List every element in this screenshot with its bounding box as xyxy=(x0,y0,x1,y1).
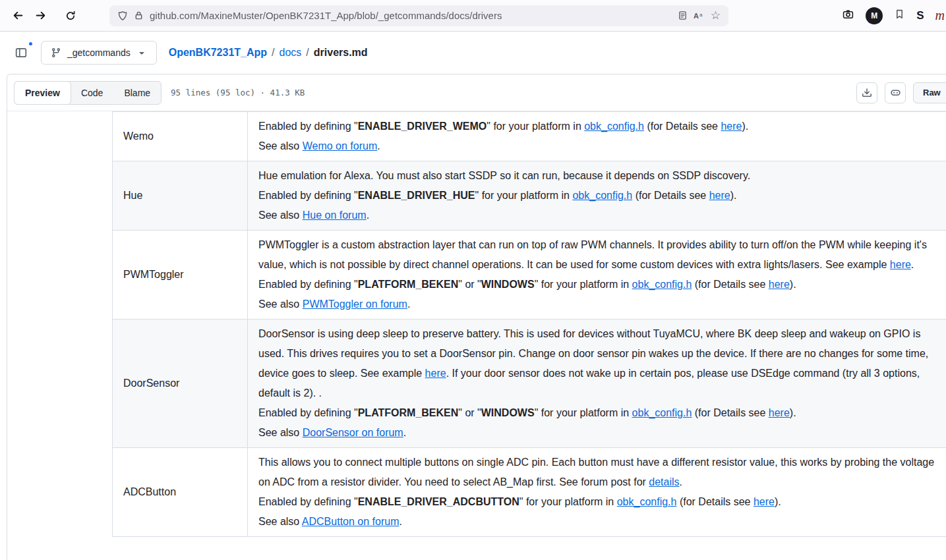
breadcrumb-separator: / xyxy=(267,47,279,58)
download-raw-button[interactable] xyxy=(856,82,877,103)
branch-selector-button[interactable]: _getcommands xyxy=(41,41,157,65)
translate-icon[interactable]: Aa xyxy=(694,11,705,20)
description-text: ). xyxy=(730,190,737,201)
tab-blame[interactable]: Blame xyxy=(113,82,161,104)
description-text: This allows you to connect multiple butt… xyxy=(258,457,934,488)
driver-name-cell: ADCButton xyxy=(113,448,248,537)
description-text: Hue emulation for Alexa. You must also s… xyxy=(258,170,750,181)
browser-chrome: github.com/MaxineMuster/OpenBK7231T_App/… xyxy=(0,0,946,32)
toolbar-right-actions: Raw xyxy=(856,82,946,103)
description-line: Enabled by defining "ENABLE_DRIVER_HUE" … xyxy=(258,186,935,206)
description-text: . xyxy=(403,427,406,438)
inline-link[interactable]: PWMToggler on forum xyxy=(303,298,407,310)
inline-link[interactable]: Wemo on forum xyxy=(303,140,378,152)
forward-button[interactable] xyxy=(29,5,51,27)
description-text: (for Details see xyxy=(692,279,768,290)
description-text: . xyxy=(407,298,410,310)
reload-button[interactable] xyxy=(59,5,82,27)
breadcrumb-separator: / xyxy=(301,47,313,58)
pocket-bookmark-icon[interactable] xyxy=(894,9,905,22)
description-text: PWMToggler is a custom abstraction layer… xyxy=(258,239,927,270)
description-text: " for your platform in xyxy=(535,407,632,418)
driver-name-cell: Hue xyxy=(113,161,248,231)
description-text: ). xyxy=(742,121,748,132)
description-text: See also xyxy=(258,210,303,221)
url-text[interactable]: github.com/MaxineMuster/OpenBK7231T_App/… xyxy=(150,10,672,21)
inline-link[interactable]: obk_config.h xyxy=(617,496,677,507)
description-line: Enabled by defining "PLATFORM_BEKEN" or … xyxy=(258,403,935,423)
description-text: (for Details see xyxy=(632,190,709,201)
inline-link[interactable]: obk_config.h xyxy=(632,279,692,290)
drivers-table-body: WemoEnabled by defining "ENABLE_DRIVER_W… xyxy=(113,112,946,537)
inline-link[interactable]: here xyxy=(769,279,790,290)
raw-button[interactable]: Raw xyxy=(913,82,946,103)
file-tree-toggle-button[interactable] xyxy=(11,42,32,63)
description-line: Enabled by defining "PLATFORM_BEKEN" or … xyxy=(258,275,935,294)
description-text: Enabled by defining " xyxy=(258,190,358,201)
description-text: . xyxy=(367,210,369,221)
description-line: See also PWMToggler on forum. xyxy=(258,294,935,314)
drivers-table: WemoEnabled by defining "ENABLE_DRIVER_W… xyxy=(112,111,946,537)
extension-s-icon[interactable]: S xyxy=(916,9,924,22)
description-line: Enabled by defining "ENABLE_DRIVER_ADCBU… xyxy=(258,492,935,512)
inline-link[interactable]: details xyxy=(649,476,679,488)
chrome-right-icons: M S m xyxy=(842,7,939,24)
tab-preview[interactable]: Preview xyxy=(14,81,71,105)
inline-link[interactable]: DoorSensor on forum xyxy=(303,427,403,438)
extension-m-icon[interactable]: m xyxy=(935,8,945,23)
url-bar[interactable]: github.com/MaxineMuster/OpenBK7231T_App/… xyxy=(109,5,728,26)
breadcrumb-filename: drivers.md xyxy=(314,47,368,58)
driver-description-cell: PWMToggler is a custom abstraction layer… xyxy=(248,231,946,320)
account-avatar[interactable]: M xyxy=(866,7,883,24)
description-line: DoorSensor is using deep sleep to preser… xyxy=(258,324,935,403)
description-text: . xyxy=(399,516,401,527)
define-name: PLATFORM_BEKEN xyxy=(358,279,459,290)
notification-dot xyxy=(28,41,34,47)
description-text: " for your platform in xyxy=(475,190,573,201)
svg-text:A: A xyxy=(694,12,699,20)
description-line: Hue emulation for Alexa. You must also s… xyxy=(258,166,935,186)
description-text: (for Details see xyxy=(676,496,753,507)
github-file-header: _getcommands OpenBK7231T_App/docs/driver… xyxy=(0,32,946,74)
description-text: Enabled by defining " xyxy=(258,407,358,418)
screenshot-camera-icon[interactable] xyxy=(842,9,854,22)
description-text: ). xyxy=(790,279,796,290)
inline-link[interactable]: here xyxy=(709,190,730,201)
tab-code[interactable]: Code xyxy=(71,82,113,104)
description-line: See also DoorSensor on forum. xyxy=(258,423,935,443)
description-line: See also Hue on forum. xyxy=(258,206,935,225)
inline-link[interactable]: here xyxy=(890,259,911,270)
inline-link[interactable]: here xyxy=(721,121,742,132)
description-text: Enabled by defining " xyxy=(258,496,358,507)
inline-link[interactable]: here xyxy=(769,407,790,418)
description-text: Enabled by defining " xyxy=(258,121,358,132)
description-text: " for your platform in xyxy=(535,279,632,290)
driver-name-cell: DoorSensor xyxy=(113,320,248,448)
table-row: HueHue emulation for Alexa. You must als… xyxy=(113,161,946,231)
inline-link[interactable]: obk_config.h xyxy=(572,190,632,201)
description-text: " for your platform in xyxy=(519,496,617,507)
shield-icon[interactable] xyxy=(117,11,128,21)
inline-link[interactable]: here xyxy=(425,368,446,379)
lock-icon[interactable] xyxy=(134,11,144,20)
copilot-button[interactable] xyxy=(885,82,906,103)
description-text: (for Details see xyxy=(644,121,721,132)
file-content-box: Preview Code Blame 95 lines (95 loc) · 4… xyxy=(7,74,946,560)
description-text: " or " xyxy=(458,407,481,418)
description-text: . xyxy=(680,476,682,488)
inline-link[interactable]: here xyxy=(754,496,775,507)
back-button[interactable] xyxy=(7,5,29,27)
reader-view-icon[interactable] xyxy=(678,11,688,20)
inline-link[interactable]: obk_config.h xyxy=(584,121,644,132)
view-switcher: Preview Code Blame xyxy=(14,81,162,105)
define-name: PLATFORM_BEKEN xyxy=(358,407,459,418)
driver-description-cell: Hue emulation for Alexa. You must also s… xyxy=(248,161,946,231)
inline-link[interactable]: obk_config.h xyxy=(632,407,692,418)
breadcrumb-repo-link[interactable]: OpenBK7231T_App xyxy=(169,47,267,58)
bookmark-star-icon[interactable]: ☆ xyxy=(711,9,721,22)
inline-link[interactable]: ADCButton on forum xyxy=(302,516,399,527)
description-line: See also ADCButton on forum. xyxy=(258,512,935,532)
define-name: ENABLE_DRIVER_WEMO xyxy=(358,121,487,132)
inline-link[interactable]: Hue on forum xyxy=(303,210,367,221)
breadcrumb-docs-link[interactable]: docs xyxy=(280,47,302,58)
